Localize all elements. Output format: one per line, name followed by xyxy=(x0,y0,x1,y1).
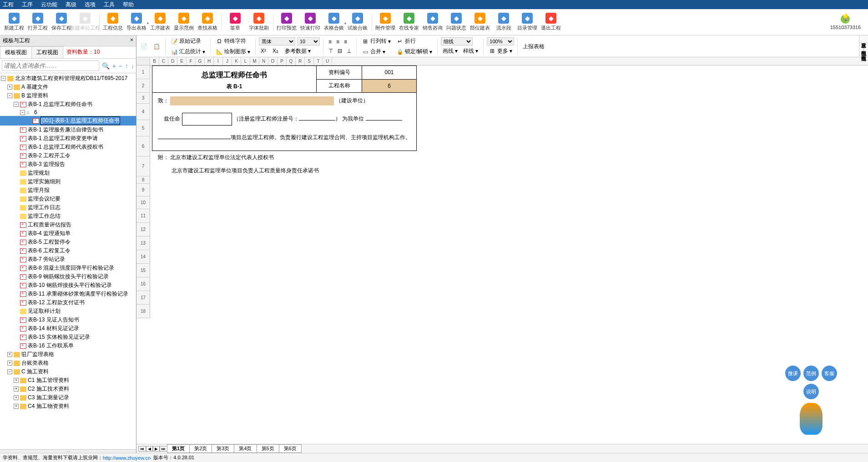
dashline-button[interactable]: 样线 ▾ xyxy=(461,46,480,56)
tab-template-view[interactable]: 模板视图 xyxy=(0,46,32,58)
col-header[interactable]: G xyxy=(196,57,205,65)
tree-toggle-icon[interactable]: + xyxy=(7,85,12,90)
upload-button[interactable]: 上报表格 xyxy=(521,42,546,51)
tree-node[interactable]: +驻厂监理表格 xyxy=(0,350,136,359)
spreadsheet-area[interactable]: BCDEFGHIJKLMNOPQRSTU 1234567891011121314… xyxy=(136,57,868,444)
row-header[interactable]: 6 xyxy=(136,136,150,156)
tree-toggle-icon[interactable]: − xyxy=(20,110,25,115)
bubble-范例[interactable]: 范例 xyxy=(803,366,819,381)
rowcol-button[interactable]: ⊞行列转 ▾ xyxy=(360,36,393,46)
col-header[interactable]: T xyxy=(314,57,323,65)
col-header[interactable]: L xyxy=(241,57,250,65)
tab-project-view[interactable]: 工程视图 xyxy=(31,46,63,58)
tree-node[interactable]: 表B-14 材料见证记录 xyxy=(0,324,136,333)
menu-选项[interactable]: 选项 xyxy=(85,1,96,9)
stat-button[interactable]: 📊汇总统计 ▾ xyxy=(169,47,207,56)
tree-node[interactable]: 表B-1 总监理工程师代表授权书 xyxy=(0,143,136,151)
toolbar-附件管理[interactable]: ◆附件管理 xyxy=(374,10,397,34)
up-arrow-icon[interactable]: ↑ xyxy=(125,62,128,70)
col-header[interactable]: F xyxy=(187,57,196,65)
tree-node[interactable]: 表B-7 旁站记录 xyxy=(0,255,136,264)
toolbar-导出表格[interactable]: ◆导出表格▾ xyxy=(125,10,148,34)
sheet-tab[interactable]: 第6页 xyxy=(279,444,302,453)
tree-node[interactable]: +C3 施工测量记录 xyxy=(0,393,136,402)
row-header[interactable]: 10 xyxy=(136,196,150,209)
tab-prev-icon[interactable]: ◀ xyxy=(146,446,153,452)
tree-node[interactable]: −B 监理资料 xyxy=(0,91,136,100)
menu-帮助[interactable]: 帮助 xyxy=(123,1,134,9)
tree-node[interactable]: 表B-13 见证人告知书 xyxy=(0,316,136,324)
tab-first-icon[interactable]: ⏮ xyxy=(138,446,146,452)
row-header[interactable]: 16 xyxy=(136,277,150,291)
search-icon[interactable]: 🔍 xyxy=(102,62,110,70)
bubble-说明[interactable]: 说明 xyxy=(803,384,819,399)
tree-node[interactable]: [001]-表B-1 总监理工程师任命书 xyxy=(0,116,136,126)
toolbar-查找表格[interactable]: ◆查找表格 xyxy=(196,10,219,34)
row-header[interactable]: 15 xyxy=(136,264,150,277)
tree-node[interactable]: −表B-1 总监理工程师任命书 xyxy=(0,100,136,109)
tree-node[interactable]: 监理会议纪要 xyxy=(0,195,136,203)
tree-node[interactable]: 表B-11 承重砌体砂浆饱满度平行检验记录 xyxy=(0,290,136,298)
col-header[interactable]: R xyxy=(296,57,305,65)
tree-node[interactable]: 表B-8 混凝土强度回弹平行检验记录 xyxy=(0,264,136,272)
row-header[interactable]: 1 xyxy=(136,65,150,79)
unit-field[interactable] xyxy=(366,114,402,121)
row-header[interactable]: 14 xyxy=(136,250,150,264)
down-arrow-icon[interactable]: ↓ xyxy=(131,62,134,70)
proj-value[interactable]: 6 xyxy=(362,79,417,93)
row-header[interactable]: 18 xyxy=(136,305,150,318)
tree-toggle-icon[interactable]: − xyxy=(7,93,12,98)
special-char-button[interactable]: Ω特殊字符 xyxy=(214,36,252,46)
right-tab-basic[interactable]: 基本设置 xyxy=(859,35,868,43)
tree-node[interactable]: +C2 施工技术资料 xyxy=(0,385,136,393)
tree-node[interactable]: 监理实施细则 xyxy=(0,177,136,186)
superscript-button[interactable]: X² xyxy=(259,47,268,55)
row-header[interactable]: 2 xyxy=(136,79,150,93)
sheet-tab[interactable]: 第3页 xyxy=(212,444,234,453)
toolbar-试验台账[interactable]: ◆试验台账 xyxy=(346,10,369,34)
tree-node[interactable]: 工程质量评估报告 xyxy=(0,221,136,229)
menu-高级[interactable]: 高级 xyxy=(66,1,76,9)
tree-node[interactable]: +C4 施工物资资料 xyxy=(0,402,136,411)
col-header[interactable]: U xyxy=(323,57,332,65)
col-header[interactable]: S xyxy=(305,57,314,65)
col-header[interactable]: C xyxy=(159,57,168,65)
col-header[interactable]: Q xyxy=(287,57,296,65)
toolbar-在线专家[interactable]: ◆在线专家 xyxy=(398,10,420,34)
tree-node[interactable]: 监理规划 xyxy=(0,169,136,177)
tree-toggle-icon[interactable]: + xyxy=(14,378,19,383)
appoint-field[interactable] xyxy=(182,113,232,126)
docno-value[interactable]: 001 xyxy=(362,66,417,80)
fontsize-select[interactable]: 10 xyxy=(297,37,320,45)
tree-node[interactable]: 表B-15 实体检验见证记录 xyxy=(0,333,136,341)
tree-node[interactable]: +C1 施工管理资料 xyxy=(0,376,136,385)
add-icon[interactable]: + xyxy=(112,62,116,70)
tree-node[interactable]: 表B-1 监理服务廉洁自律告知书 xyxy=(0,126,136,134)
bubble-微课[interactable]: 微课 xyxy=(785,366,801,381)
tree-node[interactable]: 表B-6 工程复工令 xyxy=(0,246,136,255)
col-header[interactable]: J xyxy=(223,57,232,65)
status-link[interactable]: http://www.zhuyew.cn xyxy=(103,455,151,461)
row-header[interactable]: 11 xyxy=(136,209,150,223)
reg-field[interactable] xyxy=(299,114,335,121)
assistant-robot-icon[interactable] xyxy=(800,403,823,435)
tree-node[interactable]: 表B-4 监理通知单 xyxy=(0,229,136,238)
toolbar-退出工程[interactable]: ◆退出工程 xyxy=(540,10,562,34)
toolbar-流水段[interactable]: ◆流水段 xyxy=(492,10,515,34)
toolbar-显示范例[interactable]: ◆显示范例 xyxy=(172,10,195,34)
col-header[interactable]: B xyxy=(150,57,159,65)
tree-node[interactable]: 见证取样计划 xyxy=(0,307,136,316)
tree-node[interactable]: 表B-12 工程款支付证书 xyxy=(0,298,136,307)
row-header[interactable]: 7 xyxy=(136,156,150,176)
toolbar-字体批刷[interactable]: ◆字体批刷 xyxy=(247,10,270,34)
tree-view[interactable]: −北京市建筑工程资料管理规程DB11/T695-2017+A 基建文件−B 监理… xyxy=(0,73,136,449)
menu-工程[interactable]: 工程 xyxy=(3,1,14,9)
toolbar-快速打印[interactable]: ◆快速打印 xyxy=(299,10,322,34)
font-select[interactable]: 黑体 xyxy=(259,37,295,45)
sheet-tab[interactable]: 第1页 xyxy=(167,444,190,453)
subscript-button[interactable]: X₂ xyxy=(271,47,280,55)
toolbar-问题状态[interactable]: ◆问题状态 xyxy=(445,10,468,34)
row-header[interactable]: 5 xyxy=(136,120,150,136)
ref-data-button[interactable]: 参考数据 ▾ xyxy=(283,46,313,56)
tree-node[interactable]: 监理月报 xyxy=(0,186,136,195)
